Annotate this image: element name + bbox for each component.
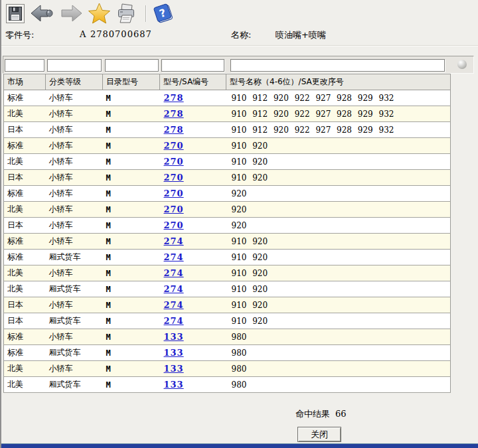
- model-link[interactable]: 270: [164, 220, 184, 230]
- catalog-model-cell: M: [103, 154, 160, 170]
- model-names-cell: 910 912 920 922 927 928 929 932: [226, 106, 451, 122]
- result-count-value: 66: [335, 409, 347, 419]
- filter-input-model-sa[interactable]: [161, 59, 224, 72]
- catalog-model-cell: M: [103, 313, 160, 329]
- category-cell: 厢式货车: [46, 281, 103, 297]
- market-cell: 日本: [4, 122, 46, 138]
- market-cell: 北美: [4, 202, 46, 218]
- model-link[interactable]: 278: [164, 109, 184, 119]
- form-divider: [1, 45, 478, 46]
- model-names-cell: 910 920: [226, 154, 451, 170]
- category-cell: 小轿车: [46, 329, 103, 345]
- model-link[interactable]: 278: [164, 125, 184, 135]
- help-button[interactable]: ?: [152, 3, 175, 24]
- column-header-model-names[interactable]: 型号名称（4-6位）/SA更改序号: [226, 74, 451, 90]
- close-button[interactable]: 关闭: [297, 427, 341, 442]
- model-link[interactable]: 133: [164, 364, 184, 374]
- market-cell: 北美: [4, 281, 46, 297]
- favorite-button[interactable]: [88, 3, 111, 24]
- category-cell: 小轿车: [46, 186, 103, 202]
- catalog-model-cell: M: [103, 265, 160, 281]
- model-link-cell: 278: [160, 106, 226, 122]
- result-count-label: 命中结果: [295, 409, 330, 419]
- category-cell: 小轿车: [46, 297, 103, 313]
- model-link[interactable]: 274: [164, 252, 184, 262]
- model-link[interactable]: 270: [164, 173, 184, 183]
- model-link[interactable]: 270: [164, 204, 184, 214]
- model-link-cell: 274: [160, 250, 226, 265]
- model-link[interactable]: 270: [164, 157, 184, 167]
- market-cell: 日本: [4, 297, 46, 313]
- catalog-model-cell: M: [103, 234, 160, 250]
- table-row: 标准小轿车M274910 920: [4, 234, 451, 250]
- category-cell: 小轿车: [46, 361, 103, 377]
- market-cell: 标准: [4, 138, 46, 154]
- help-book-icon: ?: [152, 3, 175, 24]
- model-link-cell: 274: [160, 313, 226, 329]
- save-button[interactable]: [6, 3, 25, 24]
- model-link-cell: 270: [160, 186, 226, 202]
- model-names-cell: 980: [226, 361, 451, 377]
- result-count-line: 命中结果66: [295, 408, 347, 420]
- print-button[interactable]: [116, 3, 137, 24]
- catalog-model-cell: M: [103, 106, 160, 122]
- category-cell: 厢式货车: [46, 377, 103, 393]
- model-link[interactable]: 133: [164, 332, 184, 342]
- category-cell: 厢式货车: [46, 345, 103, 361]
- model-names-cell: 920: [226, 202, 451, 218]
- filter-input-catalog-model[interactable]: [105, 59, 159, 72]
- market-cell: 北美: [4, 377, 46, 393]
- model-link-cell: 278: [160, 122, 226, 138]
- market-cell: 日本: [4, 313, 46, 329]
- category-cell: 厢式货车: [46, 250, 103, 265]
- market-cell: 北美: [4, 361, 46, 377]
- model-link[interactable]: 270: [164, 141, 184, 151]
- catalog-model-cell: M: [103, 202, 160, 218]
- model-link-cell: 274: [160, 265, 226, 281]
- table-row: 标准厢式货车M274910 920: [4, 250, 451, 265]
- forward-button[interactable]: [59, 3, 83, 23]
- category-cell: 小轿车: [46, 90, 103, 106]
- market-cell: 北美: [4, 154, 46, 170]
- model-link-cell: 270: [160, 138, 226, 154]
- catalog-model-cell: M: [103, 377, 160, 393]
- model-link-cell: 270: [160, 170, 226, 186]
- catalog-model-cell: M: [103, 297, 160, 313]
- model-link[interactable]: 133: [164, 348, 184, 358]
- model-link[interactable]: 274: [164, 236, 184, 246]
- market-cell: 北美: [4, 265, 46, 281]
- back-button[interactable]: [30, 3, 54, 23]
- model-link[interactable]: 274: [164, 284, 184, 294]
- results-table: 市场 分类等级 目录型号 型号/SA编号 型号名称（4-6位）/SA更改序号 标…: [3, 74, 451, 393]
- results-body: 标准小轿车M278910 912 920 922 927 928 929 932…: [4, 90, 451, 393]
- model-link[interactable]: 274: [164, 300, 184, 310]
- filter-input-market[interactable]: [5, 59, 44, 72]
- filter-input-model-names[interactable]: [230, 59, 445, 72]
- model-names-cell: 980: [226, 345, 451, 361]
- table-row: 日本小轿车M274910 920: [4, 297, 451, 313]
- column-header-model-sa[interactable]: 型号/SA编号: [160, 74, 226, 90]
- model-link-cell: 133: [160, 329, 226, 345]
- model-link[interactable]: 270: [164, 188, 184, 198]
- catalog-model-cell: M: [103, 361, 160, 377]
- column-header-category[interactable]: 分类等级: [46, 74, 103, 90]
- back-arrow-icon: [30, 3, 54, 23]
- toolbar-separator: [145, 5, 147, 22]
- catalog-model-cell: M: [103, 122, 160, 138]
- catalog-model-cell: M: [103, 250, 160, 265]
- model-link[interactable]: 278: [164, 93, 184, 103]
- model-link[interactable]: 274: [164, 268, 184, 278]
- category-cell: 厢式货车: [46, 313, 103, 329]
- model-names-cell: 910 920: [226, 138, 451, 154]
- column-header-market[interactable]: 市场: [4, 74, 46, 90]
- model-link-cell: 270: [160, 218, 226, 234]
- model-link[interactable]: 133: [164, 380, 184, 390]
- model-link-cell: 133: [160, 345, 226, 361]
- catalog-model-cell: M: [103, 186, 160, 202]
- model-link-cell: 133: [160, 361, 226, 377]
- filter-input-category[interactable]: [47, 59, 102, 72]
- column-header-catalog-model[interactable]: 目录型号: [103, 74, 160, 90]
- model-link[interactable]: 274: [164, 316, 184, 326]
- model-link-cell: 270: [160, 154, 226, 170]
- catalog-model-cell: M: [103, 281, 160, 297]
